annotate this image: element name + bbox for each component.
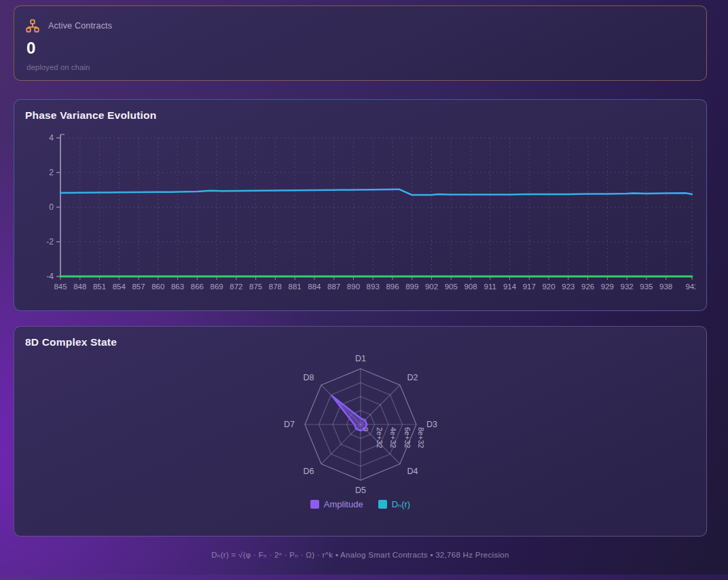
svg-text:854: 854 xyxy=(113,283,126,291)
dn-swatch xyxy=(378,500,387,509)
svg-text:893: 893 xyxy=(367,283,380,291)
svg-text:914: 914 xyxy=(503,283,517,291)
svg-text:878: 878 xyxy=(269,283,282,291)
phase-variance-card: Phase Variance Evolution 845848851854857… xyxy=(14,99,707,311)
svg-text:866: 866 xyxy=(191,283,204,291)
svg-text:875: 875 xyxy=(249,283,262,291)
dashboard: Active Contracts 0 deployed on chain Pha… xyxy=(0,0,728,560)
svg-text:D3: D3 xyxy=(426,420,437,429)
svg-text:923: 923 xyxy=(562,283,575,291)
radar-chart-title: 8D Complex State xyxy=(25,336,695,348)
svg-text:4e+32: 4e+32 xyxy=(389,427,397,448)
svg-text:857: 857 xyxy=(132,283,145,291)
svg-text:905: 905 xyxy=(445,283,458,291)
svg-text:902: 902 xyxy=(425,283,438,291)
svg-text:863: 863 xyxy=(171,283,184,291)
active-contracts-card: Active Contracts 0 deployed on chain xyxy=(14,5,707,81)
phase-variance-chart: 8458488518548578608638668698728758788818… xyxy=(25,126,695,294)
svg-text:920: 920 xyxy=(542,283,555,291)
svg-text:851: 851 xyxy=(93,283,106,291)
svg-text:929: 929 xyxy=(601,283,614,291)
legend-label: Amplitude xyxy=(324,499,363,509)
sitemap-icon xyxy=(25,18,40,33)
svg-text:938: 938 xyxy=(659,283,672,291)
svg-text:935: 935 xyxy=(640,283,653,291)
svg-text:0: 0 xyxy=(49,202,54,212)
svg-text:860: 860 xyxy=(151,283,164,291)
svg-text:917: 917 xyxy=(523,283,536,291)
svg-text:884: 884 xyxy=(308,283,321,291)
svg-text:942: 942 xyxy=(685,283,695,291)
svg-text:-4: -4 xyxy=(46,272,54,281)
svg-text:D1: D1 xyxy=(355,354,366,363)
stat-label: Active Contracts xyxy=(48,21,112,31)
svg-text:D2: D2 xyxy=(407,373,418,382)
svg-text:872: 872 xyxy=(230,283,242,291)
svg-text:890: 890 xyxy=(347,283,360,291)
svg-text:2e+32: 2e+32 xyxy=(375,427,383,448)
svg-text:896: 896 xyxy=(386,283,399,291)
svg-text:D8: D8 xyxy=(303,373,314,382)
line-chart-title: Phase Variance Evolution xyxy=(25,109,695,122)
svg-text:881: 881 xyxy=(289,283,302,291)
svg-text:908: 908 xyxy=(464,283,477,291)
svg-text:932: 932 xyxy=(621,283,634,291)
radar-legend: Amplitude Dₙ(r) xyxy=(25,499,695,509)
svg-text:911: 911 xyxy=(484,283,496,291)
svg-text:6e+32: 6e+32 xyxy=(403,427,411,448)
svg-text:845: 845 xyxy=(54,283,67,291)
complex-state-chart: D1D2D3D4D5D6D7D802e+324e+326e+328e+32 xyxy=(225,354,496,499)
legend-item-amplitude[interactable]: Amplitude xyxy=(310,499,363,509)
legend-label: Dₙ(r) xyxy=(392,499,411,509)
legend-item-dn[interactable]: Dₙ(r) xyxy=(378,499,411,509)
svg-text:D4: D4 xyxy=(407,467,418,476)
bottom-accent-bar xyxy=(0,575,728,580)
svg-text:D5: D5 xyxy=(355,486,366,495)
svg-text:-2: -2 xyxy=(46,237,54,247)
svg-text:2: 2 xyxy=(49,168,54,177)
svg-text:848: 848 xyxy=(73,283,86,291)
svg-text:899: 899 xyxy=(405,283,418,291)
svg-text:4: 4 xyxy=(49,133,54,143)
complex-state-card: 8D Complex State D1D2D3D4D5D6D7D802e+324… xyxy=(14,326,707,537)
stat-value: 0 xyxy=(26,39,695,58)
svg-text:869: 869 xyxy=(211,283,223,291)
svg-text:887: 887 xyxy=(327,283,340,291)
svg-text:926: 926 xyxy=(581,283,594,291)
formula-footer: Dₙ(r) = √(φ · Fₙ · 2ⁿ · Pₙ · Ω) · r^k ▪ … xyxy=(14,550,707,560)
svg-text:D6: D6 xyxy=(303,467,314,476)
svg-text:D7: D7 xyxy=(284,420,295,429)
svg-text:8e+32: 8e+32 xyxy=(417,427,425,448)
stat-subtitle: deployed on chain xyxy=(26,63,695,71)
amplitude-swatch xyxy=(310,500,319,509)
